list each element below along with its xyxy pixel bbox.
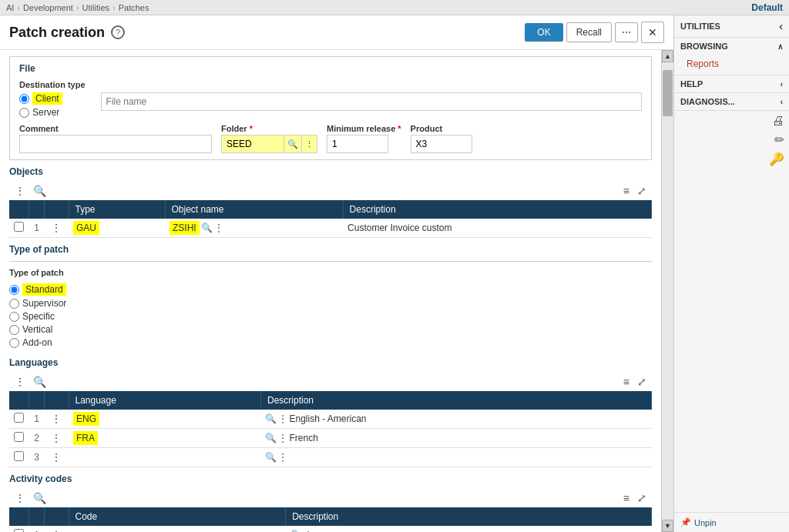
comment-input[interactable] bbox=[19, 135, 212, 153]
activity-row1-check[interactable] bbox=[14, 529, 24, 532]
vertical-scrollbar[interactable]: ▲ ▼ bbox=[661, 50, 673, 532]
folder-input[interactable] bbox=[222, 136, 284, 152]
scroll-up-btn[interactable]: ▲ bbox=[662, 50, 673, 62]
lang3-more-btn[interactable]: ⋮ bbox=[278, 452, 287, 463]
objects-search-btn[interactable]: 🔍 bbox=[31, 184, 49, 198]
help-label: HELP bbox=[680, 79, 703, 89]
objects-col-actions bbox=[44, 200, 69, 219]
browsing-header[interactable]: BROWSING ∧ bbox=[674, 38, 789, 55]
browsing-content: Reports bbox=[674, 55, 789, 75]
client-label: Client bbox=[32, 92, 62, 105]
objects-col-description: Description bbox=[343, 200, 651, 219]
scroll-thumb[interactable] bbox=[663, 70, 673, 116]
activity-expand-btn[interactable]: ⤢ bbox=[635, 491, 649, 505]
folder-search-btn[interactable]: 🔍 bbox=[284, 136, 301, 152]
row-actions[interactable]: ⋮ bbox=[44, 219, 69, 238]
object-search-btn[interactable]: 🔍 bbox=[201, 223, 213, 233]
min-release-label: Minimum release bbox=[327, 124, 401, 133]
patch-vertical[interactable]: Vertical bbox=[9, 324, 652, 335]
lang-col-check bbox=[9, 391, 29, 410]
destination-type-group: Client Server bbox=[19, 92, 86, 118]
patch-standard[interactable]: Standard bbox=[9, 283, 652, 296]
objects-col-object-name: Object name bbox=[165, 200, 343, 219]
lang-row2-language: FRA bbox=[69, 429, 260, 448]
help-section: HELP ‹ bbox=[674, 75, 789, 93]
unpin-btn[interactable]: 📌 Unpin bbox=[674, 512, 789, 532]
lang-col-description: Description bbox=[260, 391, 651, 410]
patch-supervisor[interactable]: Supervisor bbox=[9, 298, 652, 309]
row-menu-btn[interactable]: ⋮ bbox=[49, 221, 64, 235]
destination-type-label: Destination type bbox=[19, 80, 86, 89]
objects-expand-btn[interactable]: ⤢ bbox=[635, 184, 649, 198]
file-section-title: File bbox=[19, 63, 642, 74]
table-row: 1 ⋮ 🔍 ⋮ bbox=[9, 526, 652, 532]
breadcrumb-patches: Patches bbox=[119, 3, 149, 12]
filename-input[interactable] bbox=[101, 92, 642, 111]
lang-row1-menu[interactable]: ⋮ bbox=[49, 412, 64, 426]
patch-specific[interactable]: Specific bbox=[9, 311, 652, 322]
unpin-label: Unpin bbox=[694, 518, 717, 527]
lang-row3-check[interactable] bbox=[14, 451, 24, 461]
help-button[interactable]: ? bbox=[111, 25, 125, 39]
scroll-down-btn[interactable]: ▼ bbox=[662, 520, 673, 532]
activity-toolbar: ⋮ 🔍 ≡ ⤢ bbox=[9, 489, 652, 507]
lang-row1-check[interactable] bbox=[14, 413, 24, 423]
lang-row1-description: 🔍 ⋮ English - American bbox=[260, 410, 651, 429]
more-button[interactable]: ⋯ bbox=[615, 22, 638, 42]
file-section: File Destination type Client bbox=[9, 56, 652, 160]
lang1-search-btn[interactable]: 🔍 bbox=[265, 413, 277, 424]
recall-button[interactable]: Recall bbox=[566, 22, 612, 42]
object-more-btn[interactable]: ⋮ bbox=[214, 223, 223, 233]
lang2-search-btn[interactable]: 🔍 bbox=[265, 433, 277, 443]
patch-specific-label: Specific bbox=[22, 311, 55, 322]
patch-vertical-label: Vertical bbox=[22, 324, 52, 335]
lang2-more-btn[interactable]: ⋮ bbox=[278, 433, 287, 443]
diagnosis-header[interactable]: DIAGNOSIS... ‹ bbox=[674, 93, 789, 110]
scroll-track[interactable] bbox=[662, 62, 673, 520]
server-radio[interactable]: Server bbox=[19, 107, 86, 118]
ok-button[interactable]: OK bbox=[525, 23, 562, 42]
lang-col-language: Language bbox=[69, 391, 260, 410]
activity-col-num bbox=[29, 507, 44, 526]
product-label: Product bbox=[411, 124, 472, 133]
help-chevron: ‹ bbox=[781, 80, 783, 89]
patch-addon[interactable]: Add-on bbox=[9, 337, 652, 348]
objects-filter-btn[interactable]: ≡ bbox=[621, 184, 632, 198]
edit-icon-btn[interactable]: ✏ bbox=[774, 132, 784, 147]
type-of-patch-subtitle: Type of patch bbox=[9, 268, 652, 277]
min-release-input[interactable] bbox=[327, 135, 388, 153]
activity-filter-btn[interactable]: ≡ bbox=[621, 491, 632, 505]
objects-col-num bbox=[29, 200, 44, 219]
print-icon-btn[interactable]: 🖨 bbox=[772, 114, 784, 128]
panel-collapse-btn[interactable]: ‹ bbox=[779, 20, 783, 32]
lang-search-btn[interactable]: 🔍 bbox=[31, 375, 49, 389]
help-header[interactable]: HELP ‹ bbox=[674, 75, 789, 92]
lang-row2-description: 🔍 ⋮ French bbox=[260, 429, 651, 448]
lang-row2-menu[interactable]: ⋮ bbox=[49, 431, 64, 445]
objects-col-type: Type bbox=[69, 200, 165, 219]
reports-link[interactable]: Reports bbox=[674, 56, 789, 72]
key-icon-btn[interactable]: 🔑 bbox=[769, 152, 784, 166]
table-row: 1 ⋮ GAU ZSIHI 🔍 ⋮ bbox=[9, 219, 652, 238]
browsing-section: BROWSING ∧ Reports bbox=[674, 38, 789, 75]
activity-add-btn[interactable]: ⋮ bbox=[12, 491, 28, 505]
lang-add-btn[interactable]: ⋮ bbox=[12, 375, 28, 389]
row-num: 1 bbox=[29, 219, 44, 238]
folder-more-btn[interactable]: ⋮ bbox=[301, 136, 317, 152]
browsing-label: BROWSING bbox=[680, 42, 728, 51]
lang1-more-btn[interactable]: ⋮ bbox=[278, 413, 287, 424]
lang-expand-btn[interactable]: ⤢ bbox=[635, 375, 649, 389]
client-radio[interactable]: Client bbox=[19, 92, 86, 105]
lang-filter-btn[interactable]: ≡ bbox=[621, 375, 632, 389]
product-input[interactable] bbox=[411, 135, 472, 153]
activity-search-btn[interactable]: 🔍 bbox=[31, 491, 49, 505]
objects-add-btn[interactable]: ⋮ bbox=[12, 184, 28, 198]
row-check[interactable] bbox=[9, 219, 29, 238]
lang3-search-btn[interactable]: 🔍 bbox=[265, 452, 277, 463]
lang-row3-menu[interactable]: ⋮ bbox=[49, 450, 64, 464]
close-button[interactable]: ✕ bbox=[641, 22, 664, 43]
row-type: GAU bbox=[69, 219, 165, 238]
objects-table: Type Object name Description 1 ⋮ bbox=[9, 200, 652, 238]
lang-row2-check[interactable] bbox=[14, 432, 24, 442]
activity-row1-menu[interactable]: ⋮ bbox=[49, 528, 64, 532]
